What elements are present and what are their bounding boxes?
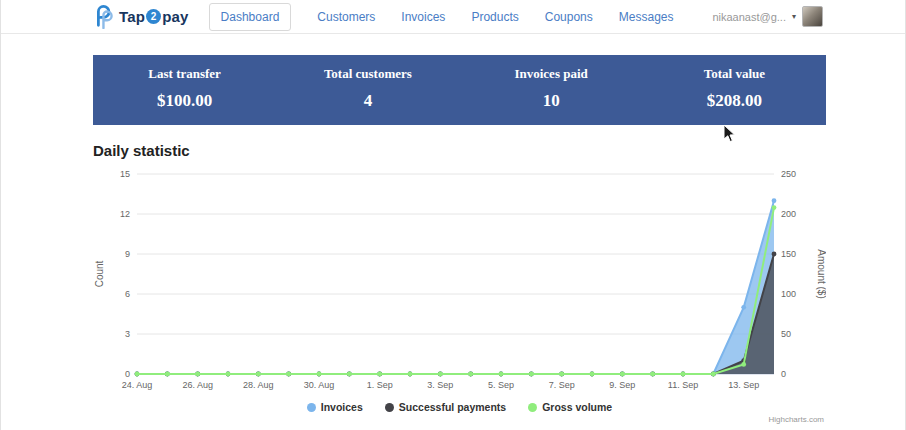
stats-bar: Last transfer $100.00 Total customers 4 … [93,55,826,125]
svg-text:26. Aug: 26. Aug [182,380,213,390]
svg-text:9: 9 [125,249,130,259]
stat-last-transfer: Last transfer $100.00 [93,55,276,125]
legend-item-successful-payments[interactable]: Successful payments [385,401,506,413]
user-menu[interactable]: nikaanast@g... ▾ [712,6,823,27]
page: Tap2pay Dashboard Customers Invoices Pro… [0,0,906,430]
section-title: Daily statistic [93,142,190,159]
nav-item-messages[interactable]: Messages [619,10,674,24]
chart-series [135,198,777,376]
svg-text:50: 50 [781,329,791,339]
nav-item-invoices[interactable]: Invoices [401,10,445,24]
svg-text:250: 250 [781,169,796,179]
user-avatar [802,6,823,27]
stat-label: Total value [643,66,826,82]
svg-text:5. Sep: 5. Sep [488,380,514,390]
stat-value: $100.00 [93,91,276,111]
svg-text:200: 200 [781,209,796,219]
daily-statistic-chart: 0369121505010015020025024. Aug26. Aug28.… [93,165,826,427]
svg-text:7. Sep: 7. Sep [549,380,575,390]
stat-label: Total customers [276,66,459,82]
svg-text:Count: Count [94,260,105,287]
navbar: Tap2pay Dashboard Customers Invoices Pro… [1,0,905,34]
logo-text: Tap2pay [119,8,189,25]
tap2pay-logo[interactable]: Tap2pay [91,5,189,29]
svg-text:12: 12 [120,209,130,219]
logo-text-tap: Tap [119,8,145,25]
svg-text:100: 100 [781,289,796,299]
svg-text:0: 0 [781,369,786,379]
legend-label: Successful payments [399,401,506,413]
stat-invoices-paid: Invoices paid 10 [460,55,643,125]
svg-text:24. Aug: 24. Aug [122,380,153,390]
svg-text:1. Sep: 1. Sep [367,380,393,390]
svg-text:30. Aug: 30. Aug [304,380,335,390]
nav-item-products[interactable]: Products [471,10,518,24]
stat-label: Invoices paid [460,66,643,82]
legend-item-invoices[interactable]: Invoices [307,401,363,413]
tap2pay-logo-icon [91,5,115,29]
svg-text:6: 6 [125,289,130,299]
svg-text:28. Aug: 28. Aug [243,380,274,390]
svg-text:3: 3 [125,329,130,339]
chart-legend: Invoices Successful payments Gross volum… [93,401,826,413]
svg-text:3. Sep: 3. Sep [427,380,453,390]
svg-text:150: 150 [781,249,796,259]
svg-text:0: 0 [125,369,130,379]
svg-text:13. Sep: 13. Sep [728,380,759,390]
main-nav: Dashboard Customers Invoices Products Co… [209,3,674,31]
legend-item-gross-volume[interactable]: Gross volume [528,401,612,413]
svg-text:11. Sep: 11. Sep [668,380,698,390]
chart-plot: 0369121505010015020025024. Aug26. Aug28.… [93,165,826,395]
legend-label: Gross volume [542,401,612,413]
legend-marker-gross-volume [528,403,537,412]
svg-text:Amount ($): Amount ($) [816,249,826,298]
logo-text-pay: pay [162,8,188,25]
stat-value: 10 [460,91,643,111]
svg-text:9. Sep: 9. Sep [609,380,635,390]
nav-item-dashboard[interactable]: Dashboard [209,3,292,31]
highcharts-credits[interactable]: Highcharts.com [768,415,824,424]
mouse-cursor [723,124,737,144]
nav-item-customers[interactable]: Customers [317,10,375,24]
user-email: nikaanast@g... [712,11,786,23]
stat-total-value: Total value $208.00 [643,55,826,125]
stat-value: $208.00 [643,91,826,111]
caret-down-icon: ▾ [792,12,796,21]
stat-label: Last transfer [93,66,276,82]
legend-marker-successful-payments [385,403,394,412]
legend-label: Invoices [321,401,363,413]
stat-total-customers: Total customers 4 [276,55,459,125]
svg-text:15: 15 [120,169,130,179]
chart-grid-and-axes: 0369121505010015020025024. Aug26. Aug28.… [94,169,826,390]
logo-2-badge: 2 [146,9,161,24]
nav-item-coupons[interactable]: Coupons [545,10,593,24]
stat-value: 4 [276,91,459,111]
legend-marker-invoices [307,403,316,412]
